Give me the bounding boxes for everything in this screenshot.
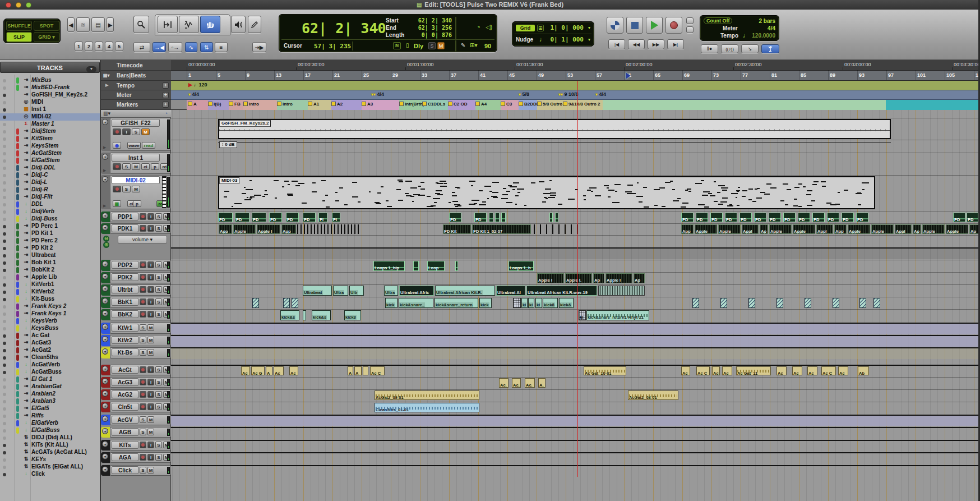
track-color-tab[interactable]: ▾: [101, 377, 110, 388]
clip[interactable]: PD: [827, 213, 839, 222]
sidebar-track-item[interactable]: ⇥KeysStem: [0, 143, 100, 150]
track-color-tab[interactable]: ▾: [101, 347, 110, 358]
track-input-monitor-button[interactable]: I: [147, 274, 154, 281]
track-header-bbk1[interactable]: ▾BbK1ISM: [101, 297, 171, 309]
track-wave-button[interactable]: wave: [127, 142, 141, 149]
track-color-tab[interactable]: ▾: [101, 297, 110, 308]
track-color-tab[interactable]: ▾: [101, 272, 110, 283]
track-lane-agb[interactable]: [171, 427, 980, 438]
track-input-monitor-button[interactable]: I: [147, 286, 154, 293]
track-mute-button[interactable]: M: [147, 467, 154, 474]
nudge-dropdown-icon[interactable]: ▾: [588, 37, 590, 42]
track-header-agb[interactable]: ▾AGBSM: [101, 427, 171, 438]
track-lane-ultrbt[interactable]: UltrabeatUltraUltrUltraUltrabeat AfricUl…: [171, 284, 980, 296]
track-color-tab[interactable]: ▾: [101, 427, 110, 438]
track-mute-button[interactable]: M: [147, 416, 154, 423]
clip[interactable]: [292, 298, 298, 308]
sidebar-track-item[interactable]: ⇥Ac Gat: [0, 332, 100, 339]
selection-value[interactable]: 62| 2| 340: [418, 17, 452, 24]
clip[interactable]: [720, 298, 727, 308]
automation-lane-collapse-icon[interactable]: ⊖: [103, 236, 109, 242]
clip[interactable]: Ac: [241, 366, 250, 375]
track-color-tab[interactable]: ▾: [101, 284, 110, 296]
main-counter[interactable]: 62| 2| 340: [302, 20, 386, 36]
track-solo-button[interactable]: S: [155, 442, 162, 448]
volume-value-chip[interactable]: ↕ 0 dB: [219, 141, 237, 148]
ruler-label-timecode[interactable]: Timecode: [101, 60, 171, 71]
track-lane-acg3[interactable]: Ac.Ac.Ac.A.: [171, 377, 980, 388]
track-collapse-icon[interactable]: ▾: [102, 224, 108, 231]
track-lane-acgt[interactable]: AcAc GAAcAcAAAc CAc Gat_10-01AcAc CAcAcA…: [171, 365, 980, 376]
clip[interactable]: Ac: [838, 366, 848, 375]
sidebar-track-item[interactable]: ↓ElGatVerb: [0, 420, 100, 427]
clip[interactable]: PD Kit: [443, 224, 471, 234]
zoom-in-arrow-button[interactable]: ▶: [107, 17, 114, 32]
clip[interactable]: App: [281, 224, 296, 234]
track-input-monitor-button[interactable]: I: [147, 403, 154, 410]
track-solo-button[interactable]: S: [140, 324, 146, 331]
track-show-dot[interactable]: [3, 327, 6, 330]
track-record-button[interactable]: [140, 454, 146, 461]
transport-option-button-1[interactable]: [686, 17, 694, 24]
track-show-dot[interactable]: [3, 407, 6, 411]
sidebar-track-item[interactable]: ⇥PD Perc 1: [0, 223, 100, 230]
track-color-tab[interactable]: ▾: [101, 440, 110, 451]
markers-ruler[interactable]: AI(B)FBIntroIntroA1A2A3Intr(Brth)C1DDLsC…: [171, 100, 980, 110]
mute-indicator[interactable]: M: [437, 42, 445, 49]
track-show-dot[interactable]: [3, 101, 6, 104]
ruler-label-meter[interactable]: Meter+: [101, 90, 171, 100]
memory-location-marker[interactable]: C1DDLs: [422, 102, 445, 107]
zoom-preset-1-button[interactable]: 1: [75, 42, 83, 51]
track-show-dot[interactable]: [3, 108, 6, 112]
track-show-dot[interactable]: [3, 189, 6, 192]
track-header-pdp2[interactable]: ▾PDP2ISM: [101, 260, 171, 272]
track-show-dot[interactable]: [3, 422, 6, 425]
track-collapse-icon[interactable]: ▾: [102, 390, 108, 397]
track-show-dot[interactable]: [3, 261, 6, 265]
track-record-button[interactable]: [140, 213, 146, 220]
track-header-kits[interactable]: ▾KITsISM: [101, 440, 171, 451]
clip[interactable]: Ac: [722, 366, 732, 375]
track-record-button[interactable]: [140, 261, 146, 268]
track-input-monitor-button[interactable]: I: [147, 391, 154, 398]
clip[interactable]: Apple I: [605, 273, 632, 283]
clip[interactable]: Apple: [695, 224, 717, 234]
track-show-dot[interactable]: [3, 312, 6, 316]
zoom-preset-3-button[interactable]: 3: [95, 42, 103, 51]
track-show-dot[interactable]: [3, 466, 6, 469]
track-header-kt-bs[interactable]: ▾Kt-BsSM: [101, 347, 171, 359]
track-record-button[interactable]: [140, 286, 146, 293]
clip[interactable]: PD: [798, 213, 810, 222]
clip[interactable]: Ac C: [821, 366, 836, 375]
track-show-dot[interactable]: [3, 181, 6, 185]
clip[interactable]: Ap: [969, 224, 979, 234]
clip[interactable]: Apple: [922, 224, 945, 234]
sidebar-track-item[interactable]: ⇥DidjStem: [0, 128, 100, 135]
clip[interactable]: [549, 213, 553, 222]
memory-location-marker[interactable]: A3: [362, 102, 373, 107]
mode-spot-button[interactable]: SPOT: [34, 21, 59, 31]
track-record-button[interactable]: [140, 403, 146, 410]
track-collapse-icon[interactable]: ▾: [102, 403, 108, 409]
clip[interactable]: [495, 213, 500, 222]
clip[interactable]: Ultr: [349, 286, 364, 296]
sidebar-track-item[interactable]: ⇥AcGat3: [0, 339, 100, 347]
sidebar-track-item[interactable]: ↓Click: [0, 471, 100, 478]
pre-roll-value[interactable]: 90: [484, 43, 491, 49]
clip[interactable]: Ap: [593, 273, 604, 283]
clip[interactable]: Ac C: [696, 366, 710, 375]
track-header-acg3[interactable]: ▾AcG3ISM: [101, 377, 171, 388]
clip[interactable]: Apple: [718, 224, 741, 234]
rewind-button[interactable]: ◀◀: [628, 39, 645, 49]
track-record-button[interactable]: [140, 379, 146, 385]
track-lane-inst1[interactable]: [171, 153, 980, 174]
clip[interactable]: Ap: [634, 273, 645, 283]
tempo-ruler[interactable]: ▶ ♩120: [171, 81, 980, 90]
clip[interactable]: Ac.: [525, 378, 535, 388]
track-record-button[interactable]: [140, 225, 146, 232]
sidebar-track-item[interactable]: ⇥Didj-C: [0, 172, 100, 179]
track-color-tab[interactable]: ▾: [101, 402, 110, 412]
sidebar-track-item[interactable]: ⇥AcGatStem: [0, 150, 100, 157]
clip[interactable]: [513, 298, 521, 308]
track-input-monitor-button[interactable]: I: [147, 213, 154, 220]
